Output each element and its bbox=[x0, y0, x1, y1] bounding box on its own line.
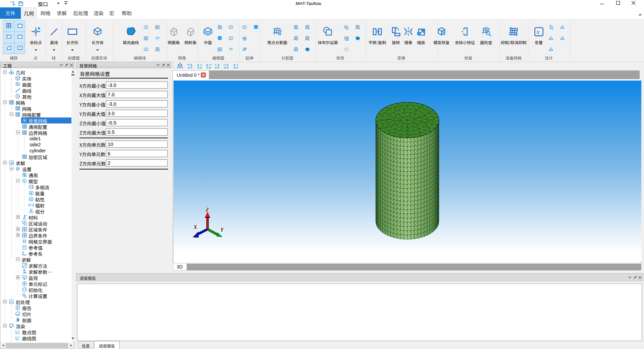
svg-text:+Y: +Y bbox=[209, 64, 212, 66]
svg-text:+Z: +Z bbox=[223, 64, 226, 66]
svg-text:Z: Z bbox=[205, 206, 209, 213]
svg-text:+X: +X bbox=[187, 64, 190, 66]
svg-text:Y: Y bbox=[220, 227, 224, 233]
svg-text:t=0: t=0 bbox=[23, 288, 26, 291]
svg-text:X: X bbox=[193, 224, 197, 230]
svg-text:-X: -X bbox=[200, 64, 202, 66]
svg-text:x: x bbox=[536, 29, 539, 35]
svg-text:-Z: -Z bbox=[236, 64, 238, 66]
svg-text:-Y: -Y bbox=[214, 64, 217, 66]
